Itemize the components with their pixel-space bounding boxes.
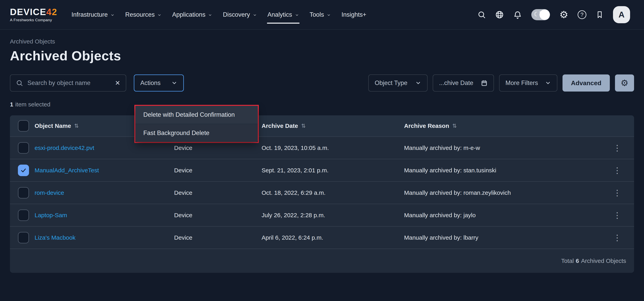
object-type-cell: Device [174, 145, 262, 151]
archived-objects-page: DEVICE42 A Freshworks Company Infrastruc… [0, 0, 644, 301]
archive-reason-cell: Manually archived by: roman.zeylikovich [404, 189, 608, 196]
select-all-checkbox[interactable] [18, 120, 29, 132]
logo-wordmark: DEVICE42 [10, 7, 57, 16]
bookmark-icon[interactable] [596, 10, 604, 19]
object-name-link[interactable]: Laptop-Sam [34, 212, 67, 218]
row-checkbox[interactable] [18, 187, 29, 199]
selection-count: 1 [10, 101, 13, 108]
controls-row: ✕ Actions Object Type ...chive Date More [10, 74, 634, 91]
archive-date-filter[interactable]: ...chive Date [433, 74, 494, 91]
archived-objects-table: Object Name⇅ Object Type⇅ Archive Date⇅ … [10, 115, 634, 273]
chevron-down-icon [171, 80, 177, 86]
table-row: ManualAdd_ArchiveTest Device Sept. 21, 2… [10, 159, 634, 181]
actions-dropdown-menu: Delete with Detailed Confirmation Fast B… [135, 106, 258, 142]
archive-date-cell: July 26, 2022, 2:28 p.m. [262, 212, 404, 219]
moon-icon: ☾ [534, 11, 539, 18]
archive-date-cell: Sept. 21, 2023, 2:01 p.m. [262, 167, 404, 174]
nav-item-discovery[interactable]: Discovery [218, 0, 262, 29]
row-kebab-menu-icon[interactable]: ⋮ [613, 189, 621, 197]
search-icon [16, 79, 23, 87]
clear-search-icon[interactable]: ✕ [115, 79, 120, 87]
calendar-icon [481, 80, 488, 86]
table-row: Laptop-Sam Device July 26, 2022, 2:28 p.… [10, 204, 634, 226]
chevron-down-icon [110, 13, 114, 17]
table-row: rom-device Device Oct. 18, 2022, 6:29 a.… [10, 181, 634, 204]
nav-item-analytics[interactable]: Analytics [262, 0, 304, 29]
archive-reason-cell: Manually archived by: jaylo [404, 212, 608, 219]
page-title: Archived Objects [10, 48, 634, 63]
check-icon [20, 167, 27, 174]
main-navigation: Infrastructure Resources Applications Di… [66, 0, 372, 29]
object-type-cell: Device [174, 167, 262, 174]
chevron-down-icon [295, 13, 299, 17]
object-name-link[interactable]: ManualAdd_ArchiveTest [34, 167, 99, 174]
gear-icon[interactable]: ⚙ [559, 10, 568, 20]
table-header-row: Object Name⇅ Object Type⇅ Archive Date⇅ … [10, 115, 634, 136]
gear-icon: ⚙ [620, 79, 628, 87]
object-type-cell: Device [174, 234, 262, 241]
nav-item-infrastructure[interactable]: Infrastructure [66, 0, 120, 29]
object-type-cell: Device [174, 189, 262, 196]
bell-icon[interactable] [513, 10, 522, 19]
toggle-knob [540, 9, 550, 20]
object-name-link[interactable]: rom-device [34, 189, 64, 196]
table-row: Liza's Macbook Device April 6, 2022, 6:2… [10, 226, 634, 249]
search-input[interactable] [28, 79, 110, 87]
search-box: ✕ [10, 74, 126, 91]
object-type-filter[interactable]: Object Type [368, 74, 428, 91]
archive-date-cell: Oct. 19, 2023, 10:05 a.m. [262, 145, 404, 151]
menu-item-fast-delete[interactable]: Fast Background Delete [135, 124, 258, 142]
chevron-down-icon [208, 13, 212, 17]
nav-item-insights[interactable]: Insights+ [336, 0, 372, 29]
row-checkbox[interactable] [18, 232, 29, 243]
chevron-down-icon [158, 13, 162, 17]
dark-mode-toggle[interactable]: ☾ ✦ [531, 9, 550, 20]
row-kebab-menu-icon[interactable]: ⋮ [613, 144, 621, 152]
sort-icon[interactable]: ⇅ [452, 123, 457, 129]
annotation-highlight-box: Delete with Detailed Confirmation Fast B… [134, 105, 259, 143]
table-row: esxi-prod.device42.pvt Device Oct. 19, 2… [10, 136, 634, 159]
menu-item-delete-detailed[interactable]: Delete with Detailed Confirmation [135, 106, 258, 124]
chevron-down-icon [327, 13, 331, 17]
row-checkbox[interactable] [18, 142, 29, 154]
row-checkbox-checked[interactable] [18, 165, 29, 176]
device42-logo[interactable]: DEVICE42 A Freshworks Company [10, 7, 57, 22]
chevron-down-icon [415, 80, 421, 86]
object-type-cell: Device [174, 212, 262, 219]
actions-button[interactable]: Actions [134, 74, 184, 91]
top-navigation-bar: DEVICE42 A Freshworks Company Infrastruc… [0, 0, 644, 30]
archive-date-cell: Oct. 18, 2022, 6:29 a.m. [262, 189, 404, 196]
topbar-actions: ☾ ✦ ⚙ ? A [478, 6, 630, 23]
object-name-link[interactable]: esxi-prod.device42.pvt [34, 145, 94, 151]
sort-icon[interactable]: ⇅ [74, 123, 79, 129]
archive-reason-cell: Manually archived by: stan.tusinski [404, 167, 608, 174]
avatar[interactable]: A [613, 6, 630, 23]
row-kebab-menu-icon[interactable]: ⋮ [613, 234, 621, 242]
nav-item-resources[interactable]: Resources [120, 0, 167, 29]
search-icon[interactable] [478, 10, 486, 19]
chevron-down-icon [545, 80, 551, 86]
logo-tagline: A Freshworks Company [10, 18, 57, 22]
archive-reason-cell: Manually archived by: lbarry [404, 234, 608, 241]
nav-item-applications[interactable]: Applications [167, 0, 218, 29]
globe-icon[interactable] [495, 10, 504, 19]
column-header-archive-date[interactable]: Archive Date⇅ [262, 122, 404, 129]
total-count: 6 [576, 258, 579, 264]
row-checkbox[interactable] [18, 210, 29, 221]
row-kebab-menu-icon[interactable]: ⋮ [613, 211, 621, 219]
table-footer: Total 6 Archived Objects [10, 249, 634, 273]
row-kebab-menu-icon[interactable]: ⋮ [613, 166, 621, 174]
main-content: Archived Objects Archived Objects ✕ Acti… [0, 38, 644, 273]
chevron-down-icon [253, 13, 257, 17]
sort-icon[interactable]: ⇅ [301, 123, 306, 129]
help-icon[interactable]: ? [578, 10, 586, 19]
object-name-link[interactable]: Liza's Macbook [34, 234, 76, 241]
archive-reason-cell: Manually archived by: m-e-w [404, 145, 608, 151]
selection-info: 1item selected [10, 101, 634, 108]
nav-item-tools[interactable]: Tools [304, 0, 336, 29]
column-header-archive-reason[interactable]: Archive Reason⇅ [404, 122, 608, 129]
table-settings-button[interactable]: ⚙ [615, 74, 634, 91]
advanced-button[interactable]: Advanced [562, 74, 610, 91]
breadcrumb: Archived Objects [10, 38, 634, 45]
more-filters-button[interactable]: More Filters [499, 74, 557, 91]
